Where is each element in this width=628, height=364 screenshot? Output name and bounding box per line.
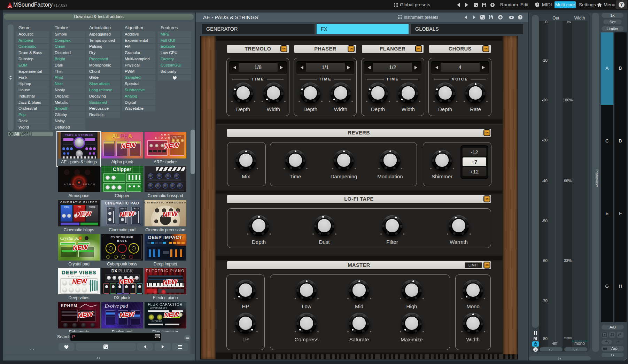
svg-text:?: ?	[535, 348, 537, 351]
svg-text:?: ?	[519, 16, 521, 19]
